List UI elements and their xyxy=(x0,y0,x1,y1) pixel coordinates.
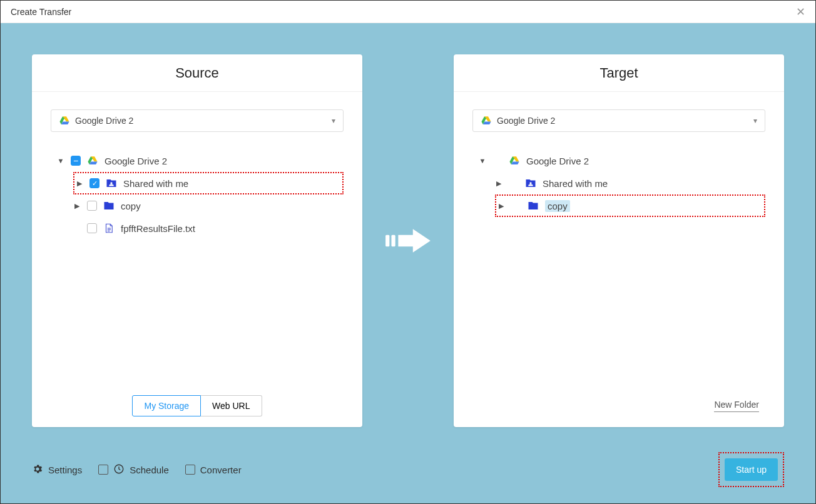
startup-highlight: Start up xyxy=(718,452,784,487)
caret-right-icon[interactable] xyxy=(76,179,83,188)
source-shared-row[interactable]: Shared with me xyxy=(73,172,344,194)
source-shared-label: Shared with me xyxy=(123,178,188,189)
checkbox-empty[interactable] xyxy=(87,223,97,233)
file-icon xyxy=(103,223,115,234)
checkbox-empty[interactable] xyxy=(98,465,108,475)
checkbox-empty[interactable] xyxy=(185,465,195,475)
shared-folder-icon xyxy=(525,178,536,189)
checkbox-checked[interactable] xyxy=(89,178,99,188)
target-root-label: Google Drive 2 xyxy=(526,156,589,166)
clock-icon xyxy=(113,463,125,476)
source-file-label: fpfftResultsFile.txt xyxy=(121,223,195,234)
gear-icon xyxy=(32,463,43,476)
settings-label: Settings xyxy=(48,465,82,475)
gdrive-icon xyxy=(59,115,70,126)
window-title: Create Transfer xyxy=(11,7,71,17)
target-copy-row[interactable]: copy xyxy=(495,194,765,217)
target-drive-label: Google Drive 2 xyxy=(497,116,555,126)
shared-folder-icon xyxy=(106,178,117,189)
source-header: Source xyxy=(32,54,362,92)
converter-label: Converter xyxy=(200,465,242,475)
target-shared-row[interactable]: Shared with me xyxy=(495,172,765,194)
gdrive-icon xyxy=(509,155,520,166)
caret-right-icon[interactable] xyxy=(497,202,505,210)
source-panel: Source Google Drive 2 ▾ xyxy=(32,54,362,427)
svg-rect-10 xyxy=(385,235,389,247)
source-root-row[interactable]: Google Drive 2 xyxy=(57,149,344,172)
folder-icon xyxy=(103,200,115,211)
converter-button[interactable]: Converter xyxy=(185,465,242,475)
startup-button[interactable]: Start up xyxy=(725,458,778,481)
caret-down-icon[interactable] xyxy=(479,157,486,164)
gdrive-icon xyxy=(87,155,98,166)
schedule-button[interactable]: Schedule xyxy=(98,463,169,476)
schedule-label: Schedule xyxy=(130,465,169,475)
caret-down-icon[interactable] xyxy=(57,157,64,164)
target-shared-label: Shared with me xyxy=(543,178,608,189)
settings-button[interactable]: Settings xyxy=(32,463,82,476)
source-copy-row[interactable]: copy xyxy=(73,194,344,217)
svg-rect-11 xyxy=(391,235,395,247)
checkbox-indeterminate[interactable] xyxy=(71,156,81,166)
new-folder-button[interactable]: New Folder xyxy=(714,400,759,412)
source-file-row[interactable]: fpfftResultsFile.txt xyxy=(73,217,344,239)
source-drive-label: Google Drive 2 xyxy=(75,116,133,126)
target-panel: Target Google Drive 2 ▾ xyxy=(454,54,784,427)
my-storage-tab[interactable]: My Storage xyxy=(132,395,201,416)
source-drive-select[interactable]: Google Drive 2 ▾ xyxy=(51,109,344,132)
chevron-down-icon: ▾ xyxy=(753,116,757,125)
svg-point-18 xyxy=(529,182,531,184)
target-root-row[interactable]: Google Drive 2 xyxy=(479,149,765,172)
svg-point-6 xyxy=(110,182,112,184)
target-header: Target xyxy=(454,54,784,92)
folder-icon xyxy=(528,200,539,211)
close-icon[interactable]: ✕ xyxy=(796,6,805,18)
target-drive-select[interactable]: Google Drive 2 ▾ xyxy=(472,109,765,132)
source-copy-label: copy xyxy=(121,201,141,211)
checkbox-empty[interactable] xyxy=(87,201,97,211)
caret-right-icon[interactable] xyxy=(73,202,81,210)
gdrive-icon xyxy=(481,115,492,126)
chevron-down-icon: ▾ xyxy=(332,116,335,125)
transfer-arrow-icon xyxy=(383,222,433,260)
caret-right-icon[interactable] xyxy=(495,179,502,188)
web-url-tab[interactable]: Web URL xyxy=(201,395,262,416)
source-root-label: Google Drive 2 xyxy=(105,156,167,166)
target-copy-label: copy xyxy=(545,200,570,212)
